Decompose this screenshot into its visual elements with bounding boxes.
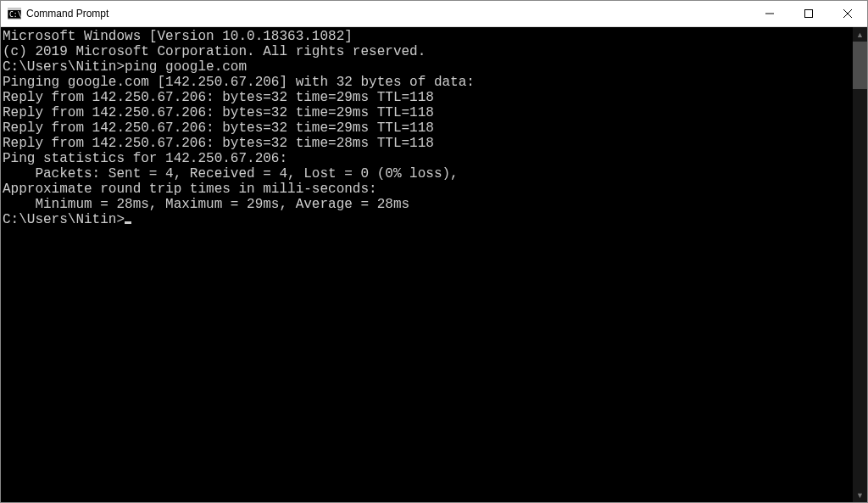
cmd-icon: C:\: [8, 7, 21, 20]
window-controls: [750, 1, 867, 26]
terminal-output[interactable]: Microsoft Windows [Version 10.0.18363.10…: [1, 27, 853, 502]
terminal-line: Reply from 142.250.67.206: bytes=32 time…: [3, 136, 853, 151]
cursor: [125, 221, 131, 224]
scrollbar-up-icon[interactable]: ▲: [853, 27, 867, 42]
window-title: Command Prompt: [26, 8, 108, 20]
terminal-line: Ping statistics for 142.250.67.206:: [3, 151, 853, 166]
scrollbar-thumb[interactable]: [853, 42, 867, 89]
terminal-line: Reply from 142.250.67.206: bytes=32 time…: [3, 90, 853, 105]
terminal-prompt-line: C:\Users\Nitin>: [3, 212, 853, 227]
terminal-prompt: C:\Users\Nitin>: [3, 212, 125, 227]
terminal-line: (c) 2019 Microsoft Corporation. All righ…: [3, 44, 853, 59]
svg-rect-1: [8, 8, 21, 10]
svg-text:C:\: C:\: [9, 11, 21, 19]
svg-rect-4: [805, 10, 813, 18]
terminal-line: C:\Users\Nitin>ping google.com: [3, 59, 853, 75]
terminal-area: Microsoft Windows [Version 10.0.18363.10…: [1, 27, 867, 502]
close-button[interactable]: [828, 1, 867, 26]
titlebar[interactable]: C:\ Command Prompt: [1, 1, 867, 27]
scrollbar[interactable]: ▲ ▼: [853, 27, 867, 502]
minimize-button[interactable]: [750, 1, 789, 26]
terminal-line: Reply from 142.250.67.206: bytes=32 time…: [3, 105, 853, 120]
maximize-button[interactable]: [789, 1, 828, 26]
scrollbar-down-icon[interactable]: ▼: [853, 488, 867, 502]
terminal-line: Microsoft Windows [Version 10.0.18363.10…: [3, 29, 853, 44]
terminal-line: Pinging google.com [142.250.67.206] with…: [3, 75, 853, 90]
terminal-line: Approximate round trip times in milli-se…: [3, 182, 853, 197]
terminal-line: Minimum = 28ms, Maximum = 29ms, Average …: [3, 197, 853, 212]
terminal-line: Reply from 142.250.67.206: bytes=32 time…: [3, 120, 853, 136]
terminal-line: Packets: Sent = 4, Received = 4, Lost = …: [3, 166, 853, 182]
